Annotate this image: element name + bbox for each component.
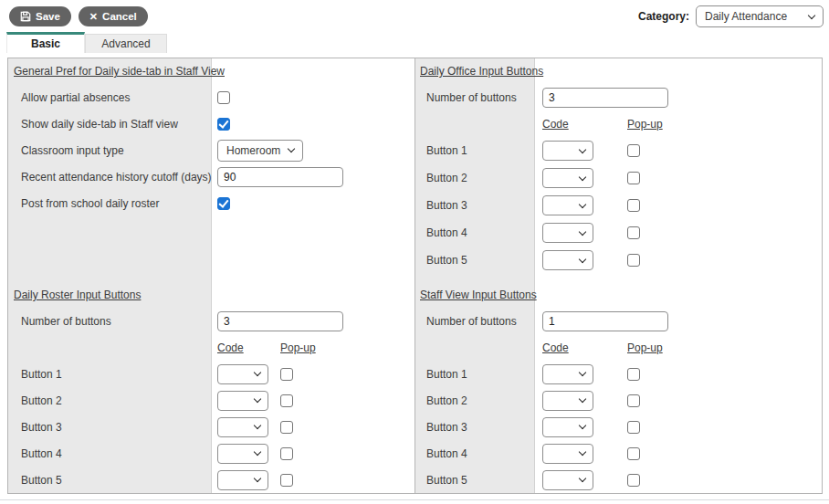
roster-button-1-code-select[interactable] (217, 364, 268, 384)
office-button-1-code-select[interactable] (542, 141, 593, 161)
spacer (415, 274, 822, 282)
row-label: Button 2 (415, 394, 535, 407)
staff-button-2-row: Button 2 (415, 387, 822, 414)
staff-button-1-code-select[interactable] (542, 364, 593, 384)
roster-button-2-code-select[interactable] (217, 391, 268, 411)
staff-button-4-row: Button 4 (415, 440, 822, 467)
section-general: General Pref for Daily side-tab in Staff… (8, 58, 414, 84)
office-button-1-popup-checkbox[interactable] (627, 144, 640, 157)
section-title-general: General Pref for Daily side-tab in Staff… (8, 65, 212, 78)
section-title-staff-view: Staff View Input Buttons (415, 289, 535, 301)
office-button-1-row: Button 1 (415, 137, 822, 164)
chevron-down-icon (579, 173, 586, 180)
roster-button-3-row: Button 3 (8, 414, 414, 440)
roster-button-5-popup-checkbox[interactable] (280, 474, 293, 487)
office-button-2-code-select[interactable] (542, 168, 593, 188)
row-label: Number of buttons (415, 315, 535, 328)
row-label: Button 4 (8, 447, 212, 460)
chevron-down-icon (579, 255, 586, 262)
office-button-3-code-select[interactable] (542, 195, 593, 215)
staff-button-4-popup-checkbox[interactable] (627, 447, 640, 460)
chevron-down-icon (808, 11, 815, 18)
chevron-down-icon (579, 448, 586, 456)
chevron-down-icon (579, 475, 586, 482)
section-title-daily-office: Daily Office Input Buttons (415, 65, 535, 78)
roster-button-3-popup-checkbox[interactable] (280, 421, 293, 434)
staff-button-5-popup-checkbox[interactable] (627, 474, 640, 487)
staff-button-1-popup-checkbox[interactable] (627, 368, 640, 381)
office-button-3-popup-checkbox[interactable] (627, 199, 640, 212)
staff-button-4-code-select[interactable] (542, 444, 593, 464)
tab-advanced[interactable]: Advanced (85, 34, 167, 53)
row-label: Show daily side-tab in Staff view (8, 118, 212, 131)
row-label: Classroom input type (8, 144, 212, 157)
allow-partial-absences-checkbox[interactable] (217, 91, 230, 104)
staff-button-5-row: Button 5 (415, 467, 822, 493)
roster-button-5-row: Button 5 (8, 467, 414, 493)
row-label: Allow partial absences (8, 91, 212, 104)
chevron-down-icon (254, 422, 261, 429)
roster-button-1-popup-checkbox[interactable] (280, 368, 293, 381)
save-button-label: Save (36, 11, 60, 22)
chevron-down-icon (288, 145, 295, 152)
office-number-of-buttons-input[interactable] (542, 88, 668, 108)
chevron-down-icon (579, 145, 586, 152)
staff-column-headers: Code Pop-up (415, 334, 822, 361)
roster-button-4-popup-checkbox[interactable] (280, 447, 293, 460)
cancel-button[interactable]: ✕ Cancel (79, 6, 148, 26)
post-from-roster-checkbox[interactable] (217, 197, 230, 210)
staff-button-3-row: Button 3 (415, 414, 822, 440)
code-column-header: Code (542, 118, 593, 131)
section-daily-roster: Daily Roster Input Buttons (8, 282, 414, 308)
row-label: Button 1 (8, 368, 212, 381)
row-label: Button 2 (415, 172, 535, 184)
office-button-5-code-select[interactable] (542, 250, 593, 270)
roster-number-of-buttons-input[interactable] (217, 311, 343, 331)
classroom-input-type-select[interactable]: Homeroom (217, 140, 303, 162)
roster-button-1-row: Button 1 (8, 361, 414, 387)
row-label: Button 3 (415, 199, 535, 212)
roster-button-5-code-select[interactable] (217, 470, 268, 490)
office-button-5-popup-checkbox[interactable] (627, 254, 640, 267)
office-button-4-code-select[interactable] (542, 223, 593, 243)
staff-button-1-row: Button 1 (415, 361, 822, 387)
roster-button-3-code-select[interactable] (217, 417, 268, 437)
staff-number-of-buttons-input[interactable] (542, 311, 668, 331)
chevron-down-icon (579, 422, 586, 429)
cancel-x-icon: ✕ (89, 12, 98, 22)
row-label: Post from school daily roster (8, 197, 212, 210)
popup-column-header: Pop-up (627, 341, 663, 354)
row-post-from-roster: Post from school daily roster (8, 190, 414, 216)
staff-button-5-code-select[interactable] (542, 470, 593, 490)
category-select[interactable]: Daily Attendance (696, 5, 824, 27)
staff-button-3-popup-checkbox[interactable] (627, 421, 640, 434)
section-daily-office: Daily Office Input Buttons (415, 58, 822, 84)
bottom-divider (0, 499, 829, 500)
office-button-4-popup-checkbox[interactable] (627, 226, 640, 239)
spacer (8, 216, 414, 282)
roster-button-4-row: Button 4 (8, 440, 414, 467)
row-roster-number-of-buttons: Number of buttons (8, 308, 414, 334)
left-column: General Pref for Daily side-tab in Staff… (8, 58, 414, 493)
show-daily-side-tab-checkbox[interactable] (217, 118, 230, 131)
staff-button-2-code-select[interactable] (542, 391, 593, 411)
category-label: Category: (638, 10, 689, 23)
row-office-number-of-buttons: Number of buttons (415, 84, 822, 110)
row-label: Button 5 (8, 474, 212, 487)
tab-advanced-label: Advanced (101, 37, 150, 50)
staff-button-2-popup-checkbox[interactable] (627, 394, 640, 407)
roster-button-2-row: Button 2 (8, 387, 414, 414)
roster-button-2-popup-checkbox[interactable] (280, 394, 293, 407)
chevron-down-icon (579, 395, 586, 403)
tab-basic[interactable]: Basic (6, 32, 85, 53)
chevron-down-icon (254, 475, 261, 482)
classroom-input-type-value: Homeroom (226, 144, 280, 157)
office-button-2-popup-checkbox[interactable] (627, 172, 640, 184)
row-show-daily-side-tab: Show daily side-tab in Staff view (8, 110, 414, 137)
roster-column-headers: Code Pop-up (8, 334, 414, 361)
roster-button-4-code-select[interactable] (217, 444, 268, 464)
staff-button-3-code-select[interactable] (542, 417, 593, 437)
popup-column-header: Pop-up (627, 118, 663, 131)
history-cutoff-input[interactable] (217, 167, 343, 187)
save-button[interactable]: Save (9, 6, 71, 26)
